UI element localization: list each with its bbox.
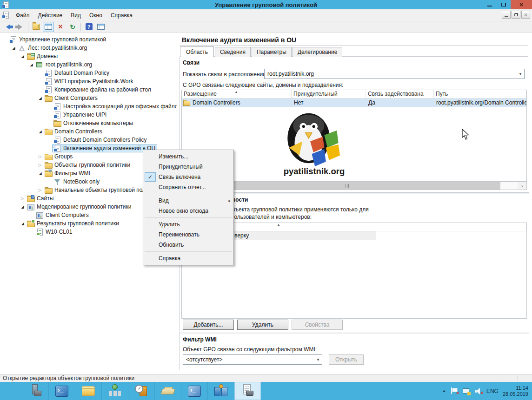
taskbar-ad-sites-button[interactable] [102,382,128,400]
gpo-icon [53,137,61,144]
show-hidden-icons-button[interactable]: ▲ [442,389,446,393]
tree-item[interactable]: Управление UIPI [0,111,177,119]
taskbar-gpmc-button[interactable] [234,382,261,400]
menu-action[interactable]: Действие [34,10,67,20]
column-header[interactable] [376,223,526,231]
taskbar-powershell-ise-button[interactable]: ›_ [181,382,208,400]
taskbar-task-scheduler-button[interactable] [128,382,155,400]
action-center-icon[interactable]: ✕ [450,387,458,394]
refresh-button[interactable]: ↻ [67,22,78,32]
section-splitter-2[interactable] [180,333,529,334]
back-button[interactable] [2,22,13,32]
tab-делегирование[interactable]: Делегирование [293,47,342,57]
expander-icon[interactable]: ◢ [37,130,43,134]
tab-область[interactable]: Область [180,46,214,57]
tree-item[interactable]: ◢Домены [0,52,177,60]
up-one-level-button[interactable] [31,22,42,32]
network-status-icon[interactable] [462,387,470,394]
table-row[interactable]: Domain ControllersНетДаroot.pyatilistnik… [182,98,526,107]
taskbar-powershell-button[interactable]: ›_ [49,382,75,400]
tab-сведения[interactable]: Сведения [215,47,251,57]
delete-button[interactable]: ✕ [55,22,66,32]
add-button[interactable]: Добавить... [183,320,234,330]
minimize-button[interactable] [483,0,497,9]
context-menu-item-refresh[interactable]: Обновить [143,240,233,250]
menu-window[interactable]: Окно [85,10,106,20]
tree-item[interactable]: Копирование файла на рабочий стол [0,85,177,94]
menu-gutter [145,183,156,192]
expander-icon[interactable]: ◢ [20,222,26,226]
column-header[interactable]: Путь [434,90,526,98]
volume-muted-icon[interactable]: ✕ [474,387,482,394]
menu-view[interactable]: Вид [66,10,85,20]
column-header[interactable]: Принудительный [292,90,366,98]
language-indicator[interactable]: ENG [486,388,499,394]
context-menu-item-view[interactable]: Вид▸ [143,196,233,206]
tree-item[interactable]: ◢Client Computers [0,94,177,102]
forward-button[interactable] [14,22,26,32]
help-button[interactable]: ? [83,22,94,32]
tree-item[interactable]: ◢Domain Controllers [0,127,177,136]
expander-icon[interactable]: ◢ [28,63,34,67]
tab-параметры[interactable]: Параметры [252,47,292,57]
context-menu-item-enforced[interactable]: Принудительный [143,162,233,172]
gpo-icon [53,111,61,118]
clock[interactable]: 11:14 28.05.2019 [503,385,528,397]
tree-item[interactable]: Default Domain Controllers Policy [0,136,177,144]
expander-icon[interactable]: ◢ [20,54,26,59]
column-header[interactable]: Размещение▲ [182,90,292,98]
expander-icon[interactable]: ▷ [37,163,43,167]
expander-icon[interactable]: ◢ [20,205,26,209]
checkmark-icon[interactable]: ✓ [145,172,156,182]
taskbar-file-explorer-button[interactable] [75,382,102,400]
context-menu-item-help[interactable]: Справка [143,253,233,263]
tree-item[interactable]: Default Domain Policy [0,69,177,77]
menu-gutter [145,220,156,229]
properties-button[interactable]: Свойства [292,320,343,330]
tree-item[interactable]: ◢Лес: root.pyatilistnik.org [0,44,177,52]
expander-icon[interactable]: ▷ [37,188,43,192]
context-menu-item-delete[interactable]: Удалить [143,219,233,230]
tree-item[interactable]: Управление групповой политикой [0,35,177,44]
wmi-filter-combobox[interactable]: <отсутствует> ▾ [183,354,322,365]
tree-item[interactable]: ◢root.pyatilistnik.org [0,60,177,69]
tree-item[interactable]: Отключенные компьютеры [0,119,177,127]
expander-icon[interactable]: ◢ [11,46,17,50]
tree-item[interactable]: Настройка ассоциаций для офисных файлов [0,102,177,111]
column-header[interactable]: Связь задействована [366,90,434,98]
taskbar-server-manager-button[interactable] [22,382,49,400]
taskbar-ad-users-computers-button[interactable] [208,382,234,400]
context-menu-item-new-window[interactable]: Новое окно отсюда [143,206,233,216]
mdi-restore-button[interactable] [512,11,520,19]
taskbar-device-tool-button[interactable] [155,382,181,400]
expander-icon[interactable]: ◢ [37,96,43,100]
context-menu-item-link-enabled[interactable]: ✓Связь включена [143,172,233,182]
remove-button[interactable]: Удалить [237,320,288,330]
context-menu-item-edit[interactable]: Изменить... [143,151,233,162]
close-button[interactable]: ✕ [511,0,532,9]
server-manager-icon [28,384,43,398]
menu-item-label: Связь включена [159,174,231,180]
restore-button[interactable] [497,0,511,9]
tree-item[interactable]: WIFI профиль Pyatilistnik.Work [0,77,177,85]
taskbar: ›_›_ ▲ ✕ ✕ ENG 11:14 28.05.2019 [0,382,532,400]
column-header-label: Путь [436,91,448,97]
location-combobox[interactable]: root.pyatilistnik.org ▾ [264,69,525,79]
scrollbar-thumb[interactable] [191,182,500,190]
scroll-right-button[interactable]: › [518,182,526,190]
export-list-button[interactable] [95,22,106,32]
cell-value: root.pyatilistnik.org/Domain Controllers [436,99,526,106]
context-menu-item-save-report[interactable]: Сохранить отчет... [143,182,233,192]
menu-file[interactable]: Файл [12,10,34,20]
menu-separator [145,251,232,252]
wmi-open-button[interactable]: Открыть [329,354,364,365]
context-menu-item-rename[interactable]: Переименовать [143,230,233,240]
expander-icon[interactable]: ▷ [37,154,43,159]
mdi-close-button[interactable]: ✕ [521,11,530,19]
expander-icon[interactable]: ▷ [20,196,26,201]
show-console-tree-button[interactable] [43,22,54,32]
expander-icon[interactable]: ◢ [37,171,43,176]
menu-help[interactable]: Справка [106,10,137,20]
svg-text:pyatilistnik.org: pyatilistnik.org [284,166,345,176]
mdi-minimize-button[interactable] [502,11,511,19]
